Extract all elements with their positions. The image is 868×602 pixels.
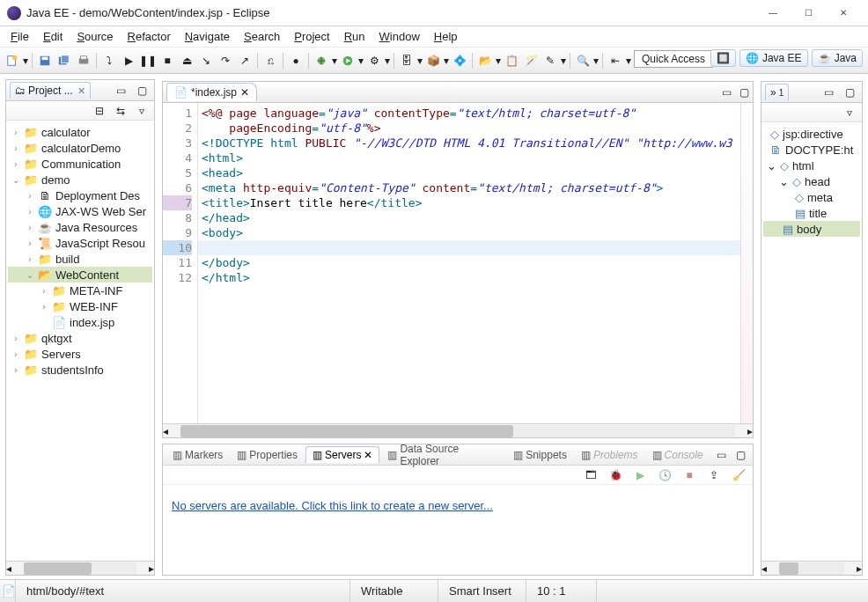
menu-source[interactable]: Source [70,28,120,45]
tree-node[interactable]: ›📁Servers [8,346,152,362]
bottom-maximize-icon[interactable]: ▢ [732,446,749,464]
servers-debug-icon[interactable]: 🐞 [607,466,624,484]
close-icon[interactable]: ✕ [240,86,249,99]
project-tree[interactable]: ›📁calculator›📁calculatorDemo›📁Communicat… [6,121,154,561]
close-button[interactable]: ✕ [826,1,861,26]
project-explorer-tab[interactable]: 🗂 Project ... ✕ [10,82,91,99]
debug-stepinto-icon[interactable]: ↘ [197,52,215,70]
twisty-icon[interactable]: › [11,365,20,375]
open-task-icon[interactable]: 📋 [503,52,520,70]
outline-node[interactable]: ⌄◇ head [763,173,860,189]
outline-h-scroll[interactable]: ◂▸ [761,561,862,575]
menu-search[interactable]: Search [237,28,287,45]
tab-data-source-explorer[interactable]: ▥ Data Source Explorer [381,441,505,469]
outline-node[interactable]: ◇ meta [763,189,860,205]
editor-tab-indexjsp[interactable]: 📄 *index.jsp ✕ [166,83,257,101]
search-icon[interactable]: 🔍 [574,52,592,70]
toggle-breakpoint-icon[interactable]: ● [287,52,305,70]
twisty-icon[interactable]: › [26,191,34,201]
tree-node[interactable]: ›📁qktgxt [8,330,152,346]
tree-node[interactable]: ⌄📁demo [8,172,152,187]
debug-skip-icon[interactable]: ⤵ [100,52,118,70]
tab-problems[interactable]: ▥ Problems [575,447,644,463]
debug-pause-icon[interactable]: ❚❚ [139,52,157,70]
menu-file[interactable]: File [4,28,36,45]
servers-clean-icon[interactable]: 🧹 [730,466,747,484]
close-icon[interactable]: ✕ [77,85,85,97]
save-all-icon[interactable] [55,52,73,70]
tree-node[interactable]: ›📁META-INF [8,283,152,298]
drop-icon[interactable]: ⎌ [261,52,279,70]
run-icon[interactable] [339,52,357,70]
outline-node[interactable]: 🗎 DOCTYPE:ht [763,142,860,158]
twisty-icon[interactable]: ⌄ [767,159,776,173]
tab-properties[interactable]: ▥ Properties [231,447,304,463]
servers-profile2-icon[interactable]: 🕓 [656,466,673,484]
perspective-javaee-button[interactable]: 🌐 Java EE [739,49,808,67]
editor-h-scroll[interactable]: ◂▸ [163,423,753,437]
twisty-icon[interactable]: › [26,239,34,248]
new-ejb-icon[interactable]: 📦 [424,52,442,70]
outline-node[interactable]: ◇ jsp:directive [763,126,860,142]
run-external-icon[interactable]: ⚙ [365,52,383,70]
project-explorer-h-scroll[interactable]: ◂▸ [6,561,154,575]
menu-navigate[interactable]: Navigate [178,28,237,45]
view-menu-icon[interactable]: ▿ [133,102,151,120]
twisty-icon[interactable]: › [26,223,34,232]
collapse-all-icon[interactable]: ⊟ [91,102,108,120]
outline-node[interactable]: ▤ title [763,205,860,221]
twisty-icon[interactable]: › [26,254,34,264]
tree-node[interactable]: ›📜JavaScript Resou [8,235,152,251]
tree-node[interactable]: ⌄📂WebContent [8,267,152,283]
twisty-icon[interactable]: › [40,302,48,312]
menu-help[interactable]: Help [427,28,465,45]
servers-publish-icon[interactable]: ⇪ [705,466,723,484]
menu-run[interactable]: Run [337,28,372,45]
twisty-icon[interactable]: › [11,349,20,359]
debug-disconnect-icon[interactable]: ⏏ [178,52,195,70]
twisty-icon[interactable]: › [40,286,48,296]
menu-edit[interactable]: Edit [36,28,70,45]
pencil-icon[interactable]: ✎ [541,52,559,70]
view-maximize-icon[interactable]: ▢ [841,84,858,101]
servers-stop-icon[interactable]: ■ [680,466,698,484]
view-menu-icon[interactable]: ▿ [841,104,858,121]
twisty-icon[interactable]: › [11,128,20,137]
servers-profile-icon[interactable]: 🗔 [582,466,600,484]
editor-minimize-icon[interactable]: ▭ [717,84,735,101]
tree-node[interactable]: ›☕Java Resources [8,219,152,235]
twisty-icon[interactable]: ⌄ [779,175,789,188]
tree-node[interactable]: ›📁build [8,251,152,267]
open-perspective-button[interactable]: 🔲 [710,49,736,67]
twisty-icon[interactable]: ⌄ [26,270,34,280]
create-server-link[interactable]: No servers are available. Click this lin… [172,499,493,512]
new-ws-icon[interactable]: 💠 [451,52,468,70]
twisty-icon[interactable]: ⌄ [11,175,20,185]
tab-snippets[interactable]: ▥ Snippets [507,447,573,463]
code-editor[interactable]: <%@ page language="java" contentType="te… [198,103,740,423]
menu-window[interactable]: Window [372,28,427,45]
menu-refactor[interactable]: Refactor [121,28,178,45]
close-icon[interactable]: ✕ [364,449,372,461]
tree-node[interactable]: ›📁WEB-INF [8,298,152,314]
twisty-icon[interactable]: › [11,143,20,153]
twisty-icon[interactable]: › [11,334,20,343]
link-editor-icon[interactable]: ⇆ [112,102,129,120]
tree-node[interactable]: ›📁Communication [8,156,152,172]
new-server-icon[interactable]: 🗄 [398,52,416,70]
outline-node[interactable]: ⌄◇ html [763,158,860,173]
tree-node[interactable]: ›📁calculatorDemo [8,140,152,156]
outline-tab[interactable]: »1 [765,84,789,100]
menu-project[interactable]: Project [287,28,336,45]
print-icon[interactable] [75,52,92,70]
tree-node[interactable]: 📄index.jsp [8,314,152,330]
nav-back-annot-icon[interactable]: ⇤ [607,52,624,70]
tree-node[interactable]: ›📁studentsInfo [8,362,152,378]
debug-stop-icon[interactable]: ■ [158,52,176,70]
editor-maximize-icon[interactable]: ▢ [735,84,753,101]
save-icon[interactable] [36,52,54,70]
servers-run-icon[interactable]: ▶ [631,466,649,484]
tree-node[interactable]: ›📁calculator [8,124,152,140]
view-maximize-icon[interactable]: ▢ [133,82,151,99]
new-icon[interactable] [4,52,21,70]
